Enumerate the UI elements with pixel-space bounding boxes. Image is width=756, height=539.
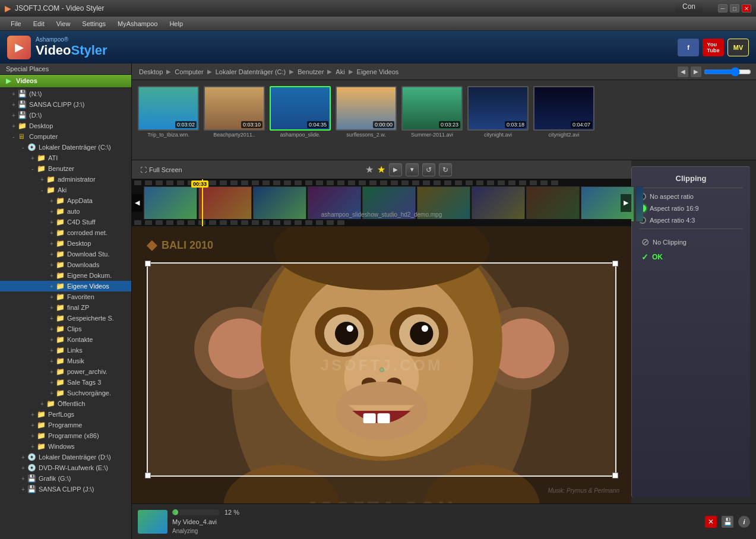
tree-item-downloads[interactable]: + 📁 Downloads <box>0 259 131 270</box>
videos-item[interactable]: ▶ Videos <box>0 75 131 87</box>
save-progress-button[interactable]: 💾 <box>722 516 733 528</box>
thumb-time: 0:03:10 <box>241 121 262 128</box>
favorite-star[interactable]: ★ <box>365 164 374 175</box>
logo-icon: ▶ <box>7 36 31 59</box>
breadcrumb-eigene-videos[interactable]: Eigene Videos <box>355 67 401 77</box>
tree-item-desktop[interactable]: + 📁 Desktop <box>0 121 131 131</box>
tree-item-desktop2[interactable]: + 📁 Desktop <box>0 238 131 249</box>
folder-icon: 📁 <box>56 250 65 258</box>
thumbnail-surflessons[interactable]: 0:00:00 surflessons_2.w. <box>336 86 397 138</box>
radio-16-9[interactable]: Aspect ratio 16:9 <box>639 205 743 212</box>
playhead-time: 00:33 <box>191 180 208 188</box>
tree-label: Musik <box>67 357 84 364</box>
menu-help[interactable]: Help <box>163 19 189 28</box>
rotate-left-button[interactable]: ↺ <box>422 163 435 176</box>
play-button[interactable]: ▶ <box>389 163 402 176</box>
toggle-icon: + <box>38 176 46 183</box>
thumbnail-beachparty[interactable]: 0:03:10 Beachparty2011.. <box>204 86 265 138</box>
tree-label: Eigene Dokum. <box>67 272 112 279</box>
close-progress-button[interactable]: ✕ <box>705 516 717 528</box>
fullscreen-button[interactable]: ⛶ Full Screen <box>137 165 186 175</box>
tree-item-sansa[interactable]: + 💾 SANSA CLIPP (J:\) <box>0 99 131 110</box>
tree-item-computer[interactable]: - 🖥 Computer <box>0 131 131 142</box>
tree-item-aki[interactable]: - 📁 Aki <box>0 185 131 195</box>
tree-item-windows[interactable]: + 📁 Windows <box>0 441 131 452</box>
filmstrip-next-button[interactable]: ▶ <box>621 194 631 212</box>
tree-item-power[interactable]: + 📁 power_archiv. <box>0 366 131 377</box>
tree-item-links[interactable]: + 📁 Links <box>0 345 131 356</box>
tree-item-kontakte[interactable]: + 📁 Kontakte <box>0 334 131 345</box>
zoom-slider[interactable] <box>704 66 751 77</box>
tree-item-appdata[interactable]: + 📁 AppData <box>0 195 131 206</box>
no-clipping-button[interactable]: ⊘ No Clipping <box>639 234 743 250</box>
folder-icon: 📁 <box>56 271 65 280</box>
breadcrumb-desktop[interactable]: Desktop <box>137 67 165 77</box>
minimize-button[interactable]: ─ <box>718 4 727 12</box>
ok-button[interactable]: ✓ OK <box>639 250 743 264</box>
breadcrumb-benutzer[interactable]: Benutzer <box>295 67 326 77</box>
file-tree[interactable]: + 💾 (N:\) + 💾 SANSA CLIPP (J:\) + 💾 (D:\… <box>0 88 131 539</box>
thumbnail-summer[interactable]: 0:03:23 Summer-2011.avi <box>401 86 463 138</box>
menu-file[interactable]: File <box>5 19 27 28</box>
maximize-button[interactable]: □ <box>730 4 739 12</box>
breadcrumb-aki[interactable]: Aki <box>333 67 347 77</box>
breadcrumb-back[interactable]: ◀ <box>678 66 688 77</box>
menu-view[interactable]: View <box>50 19 77 28</box>
down-arrow-button[interactable]: ▼ <box>406 163 419 176</box>
tree-item-benutzer[interactable]: - 📁 Benutzer <box>0 163 131 174</box>
titlebar-controls: ─ □ ✕ <box>718 4 751 12</box>
tree-item-gespeicherte[interactable]: + 📁 Gespeicherte S. <box>0 313 131 324</box>
mv-button[interactable]: MV <box>727 39 749 56</box>
thumbnail-citynight[interactable]: 0:03:18 citynight.avi <box>467 86 529 138</box>
toggle-icon: + <box>29 433 37 439</box>
film-hole <box>209 180 216 185</box>
tree-item-dvd[interactable]: + 💿 DVD-RW-Laufwerk (E:\) <box>0 462 131 473</box>
menu-edit[interactable]: Edit <box>27 19 50 28</box>
tree-item-administrator[interactable]: + 📁 administrator <box>0 174 131 185</box>
breadcrumb-computer[interactable]: Computer <box>172 67 205 77</box>
toggle-icon: - <box>10 134 18 140</box>
tree-item-ati[interactable]: + 📁 ATI <box>0 153 131 163</box>
info-button[interactable]: i <box>738 516 750 528</box>
facebook-button[interactable]: f <box>678 39 699 56</box>
tree-item-sale-tags[interactable]: + 📁 Sale Tags 3 <box>0 377 131 388</box>
tree-item-programme-x86[interactable]: + 📁 Programme (x86) <box>0 430 131 441</box>
menu-myashampoo[interactable]: MyAshampoo <box>112 19 163 28</box>
filmstrip-prev-button[interactable]: ◀ <box>132 194 143 212</box>
tree-item-clips[interactable]: + 📁 Clips <box>0 324 131 334</box>
thumbnail-ashampoo[interactable]: 0:04:35 ashampoo_slide. <box>270 86 331 138</box>
breadcrumb-forward[interactable]: ▶ <box>691 66 701 77</box>
thumbnail-citynight2[interactable]: 0:04:07 citynight2.avi <box>533 86 594 138</box>
radio-no-aspect[interactable]: No aspect ratio <box>639 193 743 200</box>
tree-item-download-stu[interactable]: + 📁 Download Stu. <box>0 249 131 259</box>
tree-item-c-drive[interactable]: - 💿 Lokaler Datenträger (C:\) <box>0 142 131 153</box>
radio-label: Aspect ratio 4:3 <box>650 217 695 224</box>
menu-settings[interactable]: Settings <box>76 19 112 28</box>
tree-item-offentlich[interactable]: + 📁 Öffentlich <box>0 398 131 409</box>
rotate-right-button[interactable]: ↻ <box>439 163 452 176</box>
breadcrumb-c-drive[interactable]: Lokaler Datenträger (C:) <box>213 67 289 77</box>
tree-item-n-drive[interactable]: + 💾 (N:\) <box>0 88 131 99</box>
tree-item-programme[interactable]: + 📁 Programme <box>0 420 131 430</box>
tree-item-grafik[interactable]: + 💾 Grafik (G:\) <box>0 473 131 484</box>
tree-item-eigene-dok[interactable]: + 📁 Eigene Dokum. <box>0 270 131 281</box>
tree-item-d-laufwerk[interactable]: + 💿 Lokaler Datenträger (D:\) <box>0 452 131 462</box>
radio-4-3[interactable]: Aspect ratio 4:3 <box>639 217 743 224</box>
tree-item-suchvorgange[interactable]: + 📁 Suchvorgänge. <box>0 388 131 398</box>
tree-item-eigene-videos[interactable]: + 📁 Eigene Videos <box>0 281 131 291</box>
tree-item-musik[interactable]: + 📁 Musik <box>0 356 131 366</box>
tree-item-favoriten[interactable]: + 📁 Favoriten <box>0 291 131 302</box>
thumbnail-trip-ibiza[interactable]: 0:03:02 Trip_to_Ibiza.wm. <box>138 86 199 138</box>
toggle-icon: + <box>48 347 56 354</box>
tree-item-sansa2[interactable]: + 💾 SANSA CLIPP (J:\) <box>0 484 131 494</box>
youtube-button[interactable]: YouTube <box>703 39 724 56</box>
active-star[interactable]: ★ <box>377 164 385 175</box>
tree-item-d-drive[interactable]: + 💾 (D:\) <box>0 110 131 121</box>
tree-item-auto[interactable]: + 📁 auto <box>0 206 131 217</box>
tree-item-c4d[interactable]: + 📁 C4D Stuff <box>0 217 131 227</box>
special-places-tab[interactable]: Special Places <box>0 64 131 75</box>
tree-item-final-zp[interactable]: + 📁 final ZP <box>0 302 131 313</box>
tree-item-corroded[interactable]: + 📁 corroded met. <box>0 227 131 238</box>
close-button[interactable]: ✕ <box>742 4 751 12</box>
tree-item-perflogs[interactable]: + 📁 PerfLogs <box>0 409 131 420</box>
